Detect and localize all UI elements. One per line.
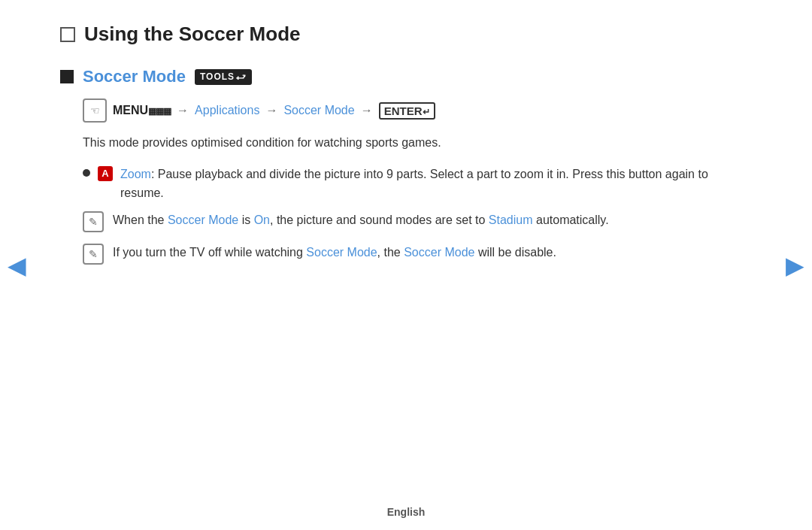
note-item-1: ✎ When the Soccer Mode is On, the pictur…: [83, 210, 752, 232]
note-1-text: When the Soccer Mode is On, the picture …: [113, 210, 609, 230]
tools-badge-icon: ⮐: [236, 71, 247, 83]
note-icon-1: ✎: [83, 211, 104, 232]
note1-stadium: Stadium: [489, 214, 533, 226]
note2-end: will be disable.: [474, 246, 556, 259]
note1-on: On: [254, 214, 270, 226]
note-2-text: If you turn the TV off while watching So…: [113, 243, 556, 262]
page-title: Using the Soccer Mode: [84, 23, 301, 46]
section-heading: Soccer Mode TOOLS ⮐: [60, 67, 752, 86]
menu-arrow-1: →: [177, 104, 189, 117]
bullet-list: A Zoom: Pause playback and divide the pi…: [83, 165, 752, 203]
page-content: Using the Soccer Mode Soccer Mode TOOLS …: [0, 0, 812, 298]
note1-after: , the picture and sound modes are set to: [270, 214, 489, 226]
note1-end: automatically.: [533, 214, 609, 226]
zoom-description: : Pause playback and divide the picture …: [120, 168, 708, 200]
menu-arrow-2: →: [265, 104, 277, 117]
note2-before: If you turn the TV off while watching: [113, 246, 306, 259]
note-item-2: ✎ If you turn the TV off while watching …: [83, 243, 752, 265]
description-text: This mode provides optimised condition f…: [83, 133, 752, 153]
menu-applications: Applications: [195, 104, 259, 117]
menu-arrow-3: →: [361, 104, 373, 117]
title-checkbox: [60, 27, 75, 42]
note2-soccer-mode2: Soccer Mode: [404, 246, 474, 259]
menu-hand-icon: ☜: [83, 98, 107, 123]
a-icon: A: [98, 166, 113, 181]
note-icon-2: ✎: [83, 244, 104, 265]
menu-label: MENU▦▦▦: [113, 104, 171, 117]
zoom-text: Zoom: Pause playback and divide the pict…: [120, 165, 752, 203]
nav-arrow-left[interactable]: ◀: [8, 251, 26, 280]
enter-button: ENTER↵: [379, 102, 435, 120]
menu-soccer-mode: Soccer Mode: [283, 104, 354, 117]
tools-badge: TOOLS ⮐: [195, 69, 252, 85]
section-bullet: [60, 70, 74, 83]
note2-middle: , the: [377, 246, 404, 259]
bullet-item-zoom: A Zoom: Pause playback and divide the pi…: [83, 165, 752, 203]
note1-soccer-mode: Soccer Mode: [168, 214, 238, 226]
section-title: Soccer Mode: [83, 67, 186, 86]
note2-soccer-mode1: Soccer Mode: [306, 246, 377, 259]
bullet-dot: [83, 169, 90, 177]
footer-language: English: [0, 506, 812, 518]
note1-before: When the: [113, 214, 168, 226]
page-title-container: Using the Soccer Mode: [60, 23, 752, 46]
zoom-label: Zoom: [120, 168, 151, 180]
nav-arrow-right[interactable]: ▶: [786, 251, 804, 280]
menu-path: ☜ MENU▦▦▦ → Applications → Soccer Mode →…: [83, 98, 752, 123]
note1-is: is: [238, 214, 253, 226]
tools-badge-text: TOOLS: [200, 71, 235, 82]
